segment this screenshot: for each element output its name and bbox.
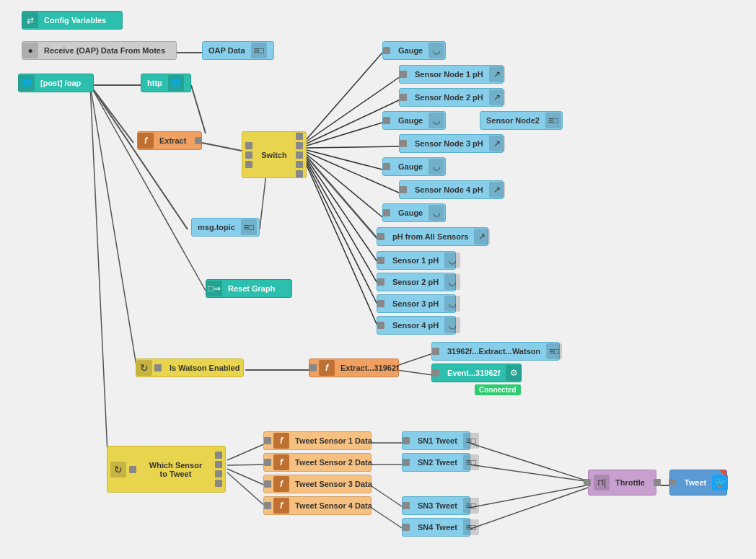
sensor2ph-label: Sensor Node 2 pH bbox=[409, 90, 489, 105]
switch-out-port4 bbox=[296, 161, 303, 168]
ph-all-icon: ↗ bbox=[474, 229, 490, 245]
tweet-s3-node[interactable]: f Tweet Sensor 3 Data bbox=[263, 475, 372, 493]
sensor1ph-icon: ↗ bbox=[489, 66, 505, 82]
event-in bbox=[432, 369, 439, 377]
sn1-icon: ≡□ bbox=[463, 433, 479, 449]
oap-icon: ≡□ bbox=[251, 43, 267, 58]
gauge4-icon: ◡ bbox=[428, 205, 444, 221]
svg-line-9 bbox=[307, 123, 382, 146]
reset-graph-node[interactable]: □⇒ Reset Graph bbox=[206, 279, 292, 298]
gauge2-node[interactable]: Gauge ◡ bbox=[382, 111, 446, 130]
sn4-tweet-node[interactable]: SN4 Tweet ≡□ bbox=[402, 518, 470, 537]
sensor1ph-in bbox=[400, 71, 407, 78]
event-31962f-node[interactable]: Event...31962f ⚙ bbox=[431, 364, 522, 382]
svg-line-25 bbox=[227, 443, 267, 460]
throttle-label: Throttle bbox=[610, 475, 651, 490]
extract-w-in bbox=[309, 364, 317, 371]
sn1-label: SN1 Tweet bbox=[412, 433, 463, 448]
sensor2ph-node[interactable]: Sensor Node 2 pH ↗ bbox=[399, 88, 504, 107]
http-node[interactable]: http 🌐 bbox=[141, 74, 191, 92]
http-label: http bbox=[141, 76, 168, 90]
sensor3ph-node[interactable]: Sensor Node 3 pH ↗ bbox=[399, 134, 504, 153]
svg-line-5 bbox=[202, 143, 245, 151]
receive-oap-node[interactable]: ● Receive (OAP) Data From Motes bbox=[22, 41, 177, 60]
gauge4-node[interactable]: Gauge ◡ bbox=[382, 203, 446, 222]
switch-label: Switch bbox=[255, 148, 293, 162]
sensor4ph-in bbox=[400, 186, 407, 193]
extract-label: Extract bbox=[154, 133, 192, 148]
svg-line-38 bbox=[90, 85, 206, 291]
sensor4ph-node[interactable]: Sensor Node 4 pH ↗ bbox=[399, 180, 504, 199]
ws-out1 bbox=[215, 452, 222, 459]
switch-in-port2 bbox=[245, 151, 252, 159]
receive-label: Receive (OAP) Data From Motes bbox=[38, 43, 171, 58]
ph-all-node[interactable]: pH from All Sensors ↗ bbox=[377, 227, 488, 246]
sensor1ph-node[interactable]: Sensor Node 1 pH ↗ bbox=[399, 65, 504, 84]
flow-canvas[interactable]: ⇄ Config Variables ● Receive (OAP) Data … bbox=[0, 0, 756, 559]
is-watson-node[interactable]: ↻ Is Watson Enabled bbox=[136, 358, 244, 377]
tweet-s4-node[interactable]: f Tweet Sensor 4 Data bbox=[263, 496, 372, 515]
config-variables-node[interactable]: ⇄ Config Variables bbox=[22, 11, 123, 30]
watson-extract-label-node[interactable]: 31962f...Extract...Watson ≡□ bbox=[431, 342, 560, 361]
s4ph2-icon: ◡ bbox=[444, 317, 460, 333]
sensor3ph-icon: ↗ bbox=[489, 136, 505, 151]
switch-out-port2 bbox=[296, 142, 303, 149]
s2ph2-icon: ◡ bbox=[444, 274, 460, 290]
s4ph2-label: Sensor 4 pH bbox=[387, 318, 444, 333]
config-icon: ⇄ bbox=[22, 12, 38, 28]
extract-icon: f bbox=[138, 133, 154, 149]
tweet-s2-node[interactable]: f Tweet Sensor 2 Data bbox=[263, 453, 372, 472]
gauge3-node[interactable]: Gauge ◡ bbox=[382, 157, 446, 176]
tweet-node[interactable]: Tweet 🐦 bbox=[669, 470, 727, 496]
s4ph2-node[interactable]: Sensor 4 pH ◡ bbox=[377, 316, 456, 335]
sensor-node2-node[interactable]: Sensor Node2 ≡□ bbox=[480, 111, 563, 130]
ts2-icon: f bbox=[273, 454, 289, 470]
which-sensor-node[interactable]: ↻ Which Sensor to Tweet bbox=[107, 446, 226, 493]
sensor4ph-label: Sensor Node 4 pH bbox=[409, 182, 489, 197]
throttle-node[interactable]: ⊓| Throttle bbox=[588, 470, 656, 496]
error-indicator bbox=[719, 470, 726, 477]
globe-icon: 🌐 bbox=[19, 75, 35, 91]
gauge1-node[interactable]: Gauge ◡ bbox=[382, 41, 446, 60]
tweet-s1-node[interactable]: f Tweet Sensor 1 Data bbox=[263, 431, 372, 450]
extract-watson-node[interactable]: f Extract...31962f bbox=[309, 358, 399, 377]
watson-el-label: 31962f...Extract...Watson bbox=[441, 344, 546, 358]
ts4-icon: f bbox=[273, 498, 289, 514]
sensor3ph-label: Sensor Node 3 pH bbox=[409, 136, 489, 151]
gauge4-label: Gauge bbox=[392, 206, 428, 220]
ph-all-label: pH from All Sensors bbox=[387, 229, 474, 244]
svg-line-34 bbox=[469, 465, 590, 482]
oap-data-node[interactable]: OAP Data ≡□ bbox=[202, 41, 274, 60]
s1ph2-node[interactable]: Sensor 1 pH ◡ bbox=[377, 251, 456, 270]
watson-in bbox=[154, 364, 162, 371]
sn3-label: SN3 Tweet bbox=[412, 498, 463, 513]
extract-node[interactable]: f Extract bbox=[137, 131, 202, 150]
post-oap-node[interactable]: 🌐 [post] /oap bbox=[18, 74, 94, 92]
sn2-tweet-node[interactable]: SN2 Tweet ≡□ bbox=[402, 453, 470, 472]
sn4-icon: ≡□ bbox=[463, 519, 479, 535]
sn4-in bbox=[403, 524, 410, 531]
connected-badge: Connected bbox=[475, 384, 521, 395]
ts1-icon: f bbox=[273, 433, 289, 449]
svg-line-7 bbox=[307, 76, 400, 141]
sn3-tweet-node[interactable]: SN3 Tweet ≡□ bbox=[402, 496, 470, 515]
sn1-tweet-node[interactable]: SN1 Tweet ≡□ bbox=[402, 431, 470, 450]
msg-topic-node[interactable]: msg.topic ≡□ bbox=[191, 218, 260, 237]
s3ph2-node[interactable]: Sensor 3 pH ◡ bbox=[377, 294, 456, 313]
ts2-in bbox=[264, 459, 271, 466]
svg-line-15 bbox=[307, 159, 379, 264]
svg-line-16 bbox=[307, 161, 379, 286]
ts1-in bbox=[264, 437, 271, 444]
receive-icon: ● bbox=[22, 43, 38, 58]
switch-out-port3 bbox=[296, 151, 303, 159]
s2ph2-node[interactable]: Sensor 2 pH ◡ bbox=[377, 273, 456, 291]
svg-line-33 bbox=[469, 443, 590, 482]
tweet-in bbox=[669, 479, 676, 486]
msg-icon: ≡□ bbox=[241, 219, 257, 235]
ws-out2 bbox=[215, 461, 222, 468]
switch-node[interactable]: Switch bbox=[242, 131, 307, 178]
ts4-in bbox=[264, 502, 271, 509]
event-label: Event...31962f bbox=[441, 366, 506, 380]
svg-line-20 bbox=[90, 85, 137, 370]
gauge3-in bbox=[383, 163, 390, 170]
